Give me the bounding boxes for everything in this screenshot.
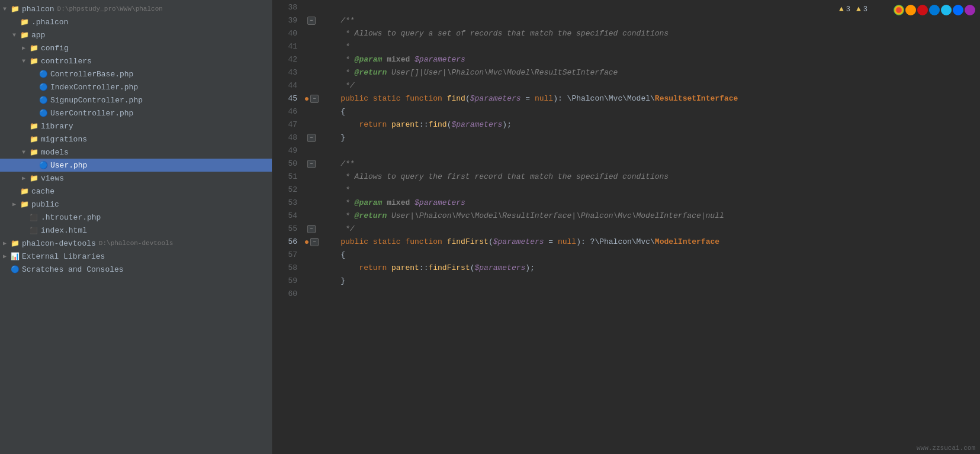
folder-icon: 📁 xyxy=(9,239,20,248)
arrow-icon: ▶ xyxy=(19,44,28,51)
code-line-42: 42 * @param mixed $parameters xyxy=(272,53,980,66)
tree-item-signupcontroller[interactable]: 🔵 SignupController.php xyxy=(0,94,272,107)
gutter-39[interactable]: − xyxy=(303,14,320,27)
tree-item-migrations[interactable]: 📁 migrations xyxy=(0,133,272,146)
code-content-52: * xyxy=(320,183,980,197)
tree-item-cache[interactable]: 📁 cache xyxy=(0,185,272,198)
fold-button[interactable]: − xyxy=(307,225,316,233)
gutter-57[interactable] xyxy=(303,249,320,262)
tree-item-scratches[interactable]: 🔵 Scratches and Consoles xyxy=(0,263,272,276)
gutter-56[interactable]: ● − xyxy=(303,236,320,249)
gutter-58[interactable] xyxy=(303,262,320,275)
line-number: 55 xyxy=(272,223,303,236)
tree-item-app[interactable]: ▼ 📁 app xyxy=(0,28,272,41)
php-file-icon: 🔵 xyxy=(38,109,49,118)
code-line-41: 41 * xyxy=(272,40,980,53)
tree-label: SignupController.php xyxy=(50,96,143,105)
tree-label: models xyxy=(41,148,69,157)
line-number: 49 xyxy=(272,144,303,157)
line-number: 50 xyxy=(272,157,303,170)
tree-label: External Libraries xyxy=(22,252,105,261)
code-content-44: */ xyxy=(320,79,980,92)
gutter-38[interactable] xyxy=(303,1,320,14)
gutter-41[interactable] xyxy=(303,40,320,53)
gutter-46[interactable] xyxy=(303,105,320,118)
gutter-52[interactable] xyxy=(303,183,320,197)
gutter-51[interactable] xyxy=(303,170,320,183)
tree-item-config[interactable]: ▶ 📁 config xyxy=(0,41,272,54)
code-content-39: /** xyxy=(320,14,980,27)
tree-item-htrouter[interactable]: ⬛ .htrouter.php xyxy=(0,211,272,224)
code-line-45: 45 ● − public static function find($para… xyxy=(272,92,980,105)
gutter-44[interactable] xyxy=(303,79,320,92)
code-line-50: 50 − /** xyxy=(272,157,980,170)
browser-icons-bar[interactable] xyxy=(894,5,975,15)
gutter-40[interactable] xyxy=(303,27,320,40)
tree-item-library[interactable]: 📁 library xyxy=(0,120,272,133)
tree-item-views[interactable]: ▶ 📁 views xyxy=(0,172,272,185)
tree-item-controllers[interactable]: ▼ 📁 controllers xyxy=(0,54,272,67)
code-line-57: 57 { xyxy=(272,249,980,262)
gutter-49[interactable] xyxy=(303,144,320,157)
gutter-47[interactable] xyxy=(303,118,320,131)
gutter-54[interactable] xyxy=(303,210,320,223)
tree-label: ControllerBase.php xyxy=(50,70,133,79)
gutter-48[interactable]: − xyxy=(303,131,320,144)
ie-icon[interactable] xyxy=(941,5,952,15)
gutter-59[interactable] xyxy=(303,275,320,288)
code-content-43: * @return User[]|User|\Phalcon\Mvc\Model… xyxy=(320,66,980,79)
arrow-icon: ▼ xyxy=(0,6,9,12)
line-number: 42 xyxy=(272,53,303,66)
gutter-60[interactable] xyxy=(303,288,320,301)
gutter-53[interactable] xyxy=(303,197,320,210)
firefox-icon[interactable] xyxy=(905,5,916,15)
php-file-icon: ⬛ xyxy=(28,214,39,221)
tree-item-phalcon-root[interactable]: ▼ 📁 phalcon D:\phpstudy_pro\WWW\phalcon xyxy=(0,2,272,15)
arrow-icon: ▼ xyxy=(19,58,28,65)
gutter-55[interactable]: − xyxy=(303,223,320,236)
tree-label: IndexController.php xyxy=(50,83,138,92)
safari-icon[interactable] xyxy=(953,5,963,15)
opera-icon[interactable] xyxy=(917,5,928,15)
tree-item-phalcon-dir[interactable]: 📁 .phalcon xyxy=(0,15,272,28)
browser-icon-extra[interactable] xyxy=(965,5,975,15)
code-line-43: 43 * @return User[]|User|\Phalcon\Mvc\Mo… xyxy=(272,66,980,79)
code-line-39: 39 − /** xyxy=(272,14,980,27)
folder-icon: 📁 xyxy=(19,200,30,209)
fold-button[interactable]: − xyxy=(310,238,319,246)
tree-item-index-html[interactable]: ⬛ index.html xyxy=(0,224,272,237)
code-editor[interactable]: ▲ 3 ▲ 3 38 39 − /** 40 xyxy=(272,0,980,454)
tree-item-phalcon-devtools[interactable]: ▶ 📁 phalcon-devtools D:\phalcon-devtools xyxy=(0,237,272,250)
folder-icon: 📁 xyxy=(19,187,30,196)
warning-badge: ▲ 3 ▲ 3 xyxy=(839,5,867,14)
file-tree[interactable]: ▼ 📁 phalcon D:\phpstudy_pro\WWW\phalcon … xyxy=(0,0,272,454)
gutter-43[interactable] xyxy=(303,66,320,79)
gutter-42[interactable] xyxy=(303,53,320,66)
folder-icon: 📁 xyxy=(28,44,39,53)
tree-item-user-php[interactable]: 🔵 User.php xyxy=(0,159,272,172)
gutter-50[interactable]: − xyxy=(303,157,320,170)
line-number: 43 xyxy=(272,66,303,79)
chrome-icon[interactable] xyxy=(894,5,904,15)
edge-icon[interactable] xyxy=(929,5,940,15)
code-line-51: 51 * Allows to query the first record th… xyxy=(272,170,980,183)
code-line-60: 60 xyxy=(272,288,980,301)
watermark-text: www.zzsucai.com xyxy=(917,445,975,452)
tree-item-models[interactable]: ▼ 📁 models xyxy=(0,146,272,159)
gutter-45[interactable]: ● − xyxy=(303,92,320,105)
tree-label: UserController.php xyxy=(50,109,133,118)
tree-item-ext-libraries[interactable]: ▶ 📊 External Libraries xyxy=(0,250,272,263)
tree-item-controllerbase[interactable]: 🔵 ControllerBase.php xyxy=(0,67,272,81)
fold-button[interactable]: − xyxy=(307,160,316,168)
line-number: 51 xyxy=(272,170,303,183)
code-line-47: 47 return parent::find($parameters); xyxy=(272,118,980,131)
tree-item-usercontroller[interactable]: 🔵 UserController.php xyxy=(0,107,272,120)
breakpoint-arrow-2: ● xyxy=(304,236,309,249)
fold-button[interactable]: − xyxy=(307,17,316,25)
fold-button[interactable]: − xyxy=(310,95,319,103)
tree-item-public[interactable]: ▶ 📁 public xyxy=(0,198,272,211)
tree-item-indexcontroller[interactable]: 🔵 IndexController.php xyxy=(0,81,272,94)
tree-label: phalcon-devtools xyxy=(22,239,96,248)
fold-button[interactable]: − xyxy=(307,134,316,142)
arrow-icon: ▶ xyxy=(0,240,9,247)
